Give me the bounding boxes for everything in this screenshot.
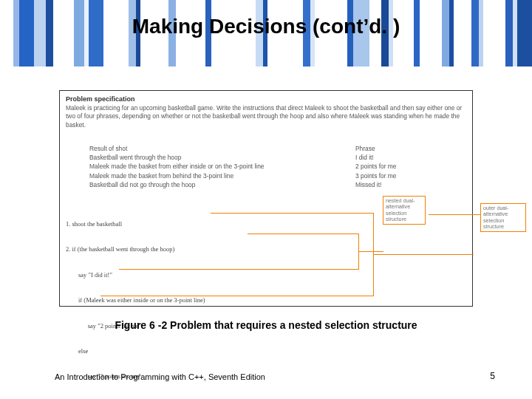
table-row: 3 points for me	[355, 171, 396, 180]
spec-heading: Problem specification	[66, 95, 135, 103]
pseudo-line: else	[66, 347, 205, 355]
pseudo-line: 2. if (the basketball went through the h…	[66, 245, 205, 253]
bracket-line	[374, 254, 474, 255]
annotation-inner: nested dual-alternative selection struct…	[383, 196, 426, 225]
col-header-left: Result of shot	[89, 144, 265, 153]
bracket-line	[359, 251, 383, 252]
table-row: 2 points for me	[355, 162, 396, 171]
bracket-line	[119, 269, 359, 270]
pseudocode: 1. shoot the basketball 2. if (the baske…	[66, 203, 205, 399]
spec-body: Maleek is practicing for an upcoming bas…	[66, 104, 466, 129]
pseudo-line: say "I did it!"	[66, 271, 205, 279]
table-row: Missed it!	[355, 180, 396, 189]
annotation-outer: outer dual-alternative selection structu…	[480, 203, 526, 232]
bracket-line	[248, 233, 358, 234]
table-row: Basketball went through the hoop	[89, 153, 265, 162]
table-row: I did it!	[355, 153, 396, 162]
annotation-connector	[429, 214, 480, 215]
table-row: Maleek made the basket from either insid…	[89, 162, 265, 171]
table-row: Basketball did not go through the hoop	[89, 180, 265, 189]
result-table-right: Phrase I did it! 2 points for me 3 point…	[355, 144, 396, 189]
page-title: Making Decisions (cont’d. )	[0, 15, 532, 38]
slide: Making Decisions (cont’d. ) Problem spec…	[0, 0, 532, 399]
result-table-left: Result of shot Basketball went through t…	[89, 144, 265, 189]
figure-caption: Figure 6 -2 Problem that requires a nest…	[0, 319, 532, 331]
footer-book-title: An Introduction to Programming with C++,…	[55, 372, 265, 381]
table-row: Maleek made the basket from behind the 3…	[89, 171, 265, 180]
footer-page-number: 5	[490, 371, 495, 381]
pseudo-line: if (Maleek was either inside or on the 3…	[66, 296, 205, 304]
bracket-line	[100, 296, 374, 296]
pseudo-line: 1. shoot the basketball	[66, 220, 205, 228]
bracket-line	[211, 213, 373, 214]
col-header-right: Phrase	[355, 144, 396, 153]
